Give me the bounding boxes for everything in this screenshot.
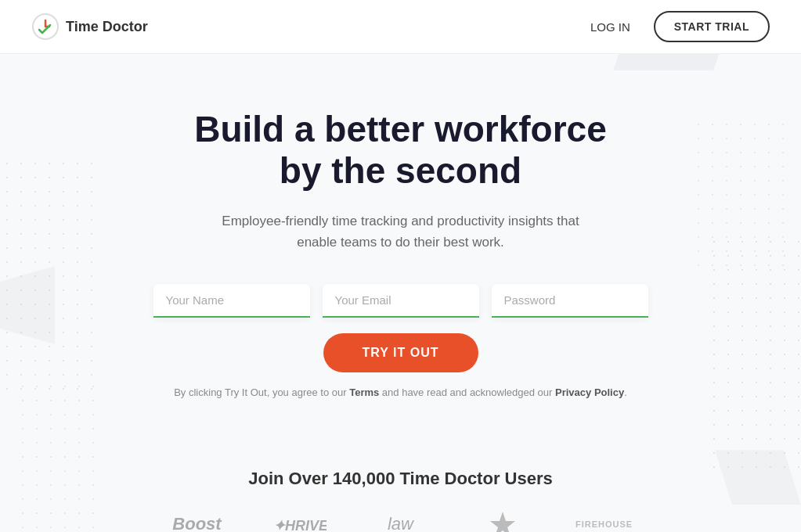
terms-suffix: . [624,386,627,398]
boost-logo: Boost [166,512,229,532]
hero-section: Build a better workforce by the second E… [0,54,801,437]
logo-text: Time Doctor [66,19,148,35]
time-doctor-logo-icon [31,13,60,41]
password-input[interactable] [492,284,648,318]
angi-logo-svg [487,509,518,532]
terms-prefix: By clicking Try It Out, you agree to our [174,386,349,398]
logo-area[interactable]: Time Doctor [31,13,148,41]
terms-middle: and have read and acknowledged our [379,386,555,398]
firehouse-logo: FIREHOUSE [573,512,636,532]
angi-logo [471,512,534,532]
name-input[interactable] [153,284,310,318]
bottom-section: Join Over 140,000 Time Doctor Users Boos… [0,437,801,532]
start-trial-button[interactable]: START TRIAL [654,11,770,42]
login-link[interactable]: LOG IN [590,20,630,34]
email-input[interactable] [323,284,479,318]
thrive-logo-svg: ✦HRIVE [272,513,327,532]
hero-title-line1: Build a better workforce [194,109,607,149]
boost-logo-text: Boost [172,514,221,532]
law-logo: law [370,512,432,532]
hero-title-line2: by the second [280,150,521,191]
join-title: Join Over 140,000 Time Doctor Users [31,469,770,489]
terms-text: By clicking Try It Out, you agree to our… [174,386,627,398]
svg-marker-2 [490,512,515,532]
company-logos-row: Boost ✦HRIVE law FIREHOUSE [31,512,770,532]
nav-actions: LOG IN START TRIAL [590,11,770,42]
hero-title: Build a better workforce by the second [194,109,607,192]
thrive-logo: ✦HRIVE [268,512,330,532]
svg-text:✦HRIVE: ✦HRIVE [273,518,327,532]
hero-subtitle: Employee-friendly time tracking and prod… [213,210,589,253]
privacy-policy-link[interactable]: Privacy Policy [555,386,624,398]
terms-link[interactable]: Terms [349,386,379,398]
header: Time Doctor LOG IN START TRIAL [0,0,801,54]
firehouse-logo-text: FIREHOUSE [575,519,633,529]
signup-form [153,284,648,318]
law-logo-text: law [388,514,413,532]
try-it-out-button[interactable]: TRY IT OUT [323,333,478,372]
